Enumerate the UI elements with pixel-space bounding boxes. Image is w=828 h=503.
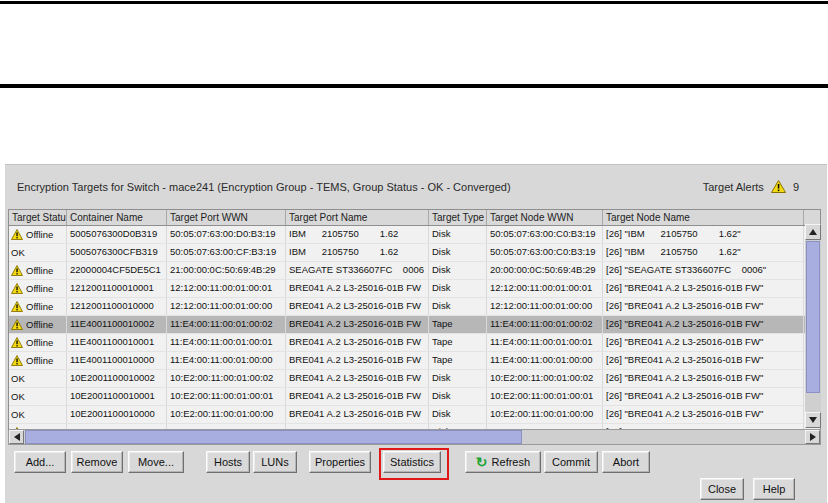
column-header[interactable]: Target Node WWN (487, 210, 603, 225)
remove-button[interactable]: Remove (71, 451, 123, 473)
cell-target-node-name: [26] "BRE041 A.2 L3-25016-01B FW" (603, 280, 804, 297)
status-text: Offline (26, 317, 53, 333)
cell-target-status: Offline (9, 280, 67, 297)
cell-target-port-name: BRE041 A.2 L3-25016-01B FW (286, 298, 429, 315)
cell-target-port-wwn: 12:12:00:11:00:01:00:00 (167, 298, 286, 315)
warning-icon (11, 229, 23, 240)
cell-target-node-wwn: 11:E4:00:11:00:01:00:00 (487, 352, 603, 369)
arrow-left-icon (14, 433, 20, 441)
cell-target-node-wwn: 50:05:07:63:00:C0:B3:19 (487, 226, 603, 243)
column-header[interactable]: Target Port WWN (167, 210, 286, 225)
add-button[interactable]: Add... (14, 451, 66, 473)
cell-target-port-wwn: 11:E4:00:11:00:01:00:02 (167, 316, 286, 333)
table-row[interactable]: OK10E200110001000210:E2:00:11:00:01:00:0… (9, 370, 820, 388)
cell-container-name: 10E2001100010001 (67, 388, 167, 405)
cell-target-node-name: [26] "BRE041 A.2 L3-25016-01B FW" (603, 406, 804, 423)
cell-target-node-wwn: 11:E4:00:11:00:01:00:02 (487, 316, 603, 333)
cell-target-type: Disk (429, 226, 487, 243)
cell-target-node-name: [26] "BRE041 A.2 L3-25016-01B FW" (603, 316, 804, 333)
luns-button[interactable]: LUNs (253, 451, 297, 473)
properties-button[interactable]: Properties (309, 451, 371, 473)
column-header[interactable]: Target Status (9, 210, 67, 225)
cell-target-type: Tape (429, 316, 487, 333)
column-header[interactable]: Target Type (429, 210, 487, 225)
cell-target-port-wwn: 12:12:00:11:00:01:00:01 (167, 280, 286, 297)
table-row[interactable]: Offline5005076300D0B31950:05:07:63:00:D0… (9, 226, 820, 244)
target-alerts-indicator[interactable]: Target Alerts 9 (703, 180, 799, 193)
cell-container-name: 11E4001100010001 (67, 334, 167, 351)
close-button[interactable]: Close (700, 478, 744, 500)
warning-triangle-icon (771, 180, 786, 193)
cell-target-port-name: BRE041 A.2 L3-25016-01B FW (286, 388, 429, 405)
cell-target-port-wwn: 10:E2:00:11:00:01:00:00 (167, 406, 286, 423)
cell-target-node-name: [26] "IBM 2105750 1.62" (603, 226, 804, 243)
vertical-scrollbar[interactable] (805, 224, 821, 428)
table-row[interactable]: Offline11E400110001000211:E4:00:11:00:01… (9, 316, 820, 334)
horizontal-scrollbar-thumb[interactable] (25, 430, 522, 444)
table-header-row: Target StatusContainer NameTarget Port W… (9, 210, 820, 226)
refresh-button[interactable]: ↻ Refresh (465, 451, 541, 473)
abort-button[interactable]: Abort (602, 451, 650, 473)
cell-target-node-wwn: 12:12:00:11:00:01:00:00 (487, 298, 603, 315)
warning-icon (11, 283, 23, 294)
dialog-title: Encryption Targets for Switch - mace241 … (17, 181, 511, 193)
warning-icon (11, 301, 23, 312)
table-row[interactable]: Offline121200110001000112:12:00:11:00:01… (9, 280, 820, 298)
warning-icon (11, 265, 23, 276)
status-text: Offline (26, 263, 53, 279)
scroll-left-button[interactable] (9, 430, 24, 444)
cell-target-type: Disk (429, 262, 487, 279)
table-row[interactable]: OK10E200110001000010:E2:00:11:00:01:00:0… (9, 406, 820, 424)
table-row[interactable]: Offline121200110001000012:12:00:11:00:01… (9, 298, 820, 316)
column-header[interactable]: Target Node Name (603, 210, 804, 225)
cell-target-status: Offline (9, 334, 67, 351)
cell-target-status: OK (9, 388, 67, 405)
scroll-right-button[interactable] (805, 430, 820, 444)
cell-target-status: Offline (9, 316, 67, 333)
move-button[interactable]: Move... (128, 451, 184, 473)
cell-target-port-name: SEAGATE ST336607FC 0006 (286, 262, 429, 279)
status-text: Offline (26, 227, 53, 243)
column-header[interactable]: Container Name (67, 210, 167, 225)
cell-target-node-name: [26] "BRE041 A.2 L3-25016-01B FW" (603, 298, 804, 315)
table-row[interactable]: OK5005076300CFB31950:05:07:63:00:CF:B3:1… (9, 244, 820, 262)
cell-target-type: Disk (429, 244, 487, 261)
refresh-button-label: Refresh (492, 452, 531, 472)
cell-target-node-name: [26] "BRE041 A.2 L3-25016-01B FW" (603, 334, 804, 351)
cell-target-status: OK (9, 406, 67, 423)
table-row[interactable]: Offline11E400110001000011:E4:00:11:00:01… (9, 352, 820, 370)
warning-icon (11, 319, 23, 330)
encryption-targets-dialog: Encryption Targets for Switch - mace241 … (5, 164, 827, 503)
arrow-down-icon (809, 417, 817, 423)
column-header[interactable]: Target Port Name (286, 210, 429, 225)
cell-container-name: 1212001100010000 (67, 298, 167, 315)
statistics-button[interactable]: Statistics (383, 451, 441, 473)
cell-target-status: Offline (9, 262, 67, 279)
table-row[interactable]: Offline22000004CF5DE5C121:00:00:0C:50:69… (9, 262, 820, 280)
cell-target-node-wwn: 10:E2:00:11:00:01:00:02 (487, 370, 603, 387)
cell-target-port-name: IBM 2105750 1.62 (286, 226, 429, 243)
hosts-button[interactable]: Hosts (206, 451, 250, 473)
cell-target-type: Disk (429, 280, 487, 297)
cell-target-status: Offline (9, 298, 67, 315)
cell-target-node-name: [26] "IBM 2105750 1.62" (603, 244, 804, 261)
cell-container-name: 11E4001100010000 (67, 352, 167, 369)
cell-container-name: 11E4001100010002 (67, 316, 167, 333)
vertical-scrollbar-thumb[interactable] (806, 241, 820, 393)
scroll-up-button[interactable] (805, 224, 821, 240)
status-text: Offline (26, 281, 53, 297)
cell-target-node-wwn: 12:12:00:11:00:01:00:01 (487, 280, 603, 297)
help-button[interactable]: Help (753, 478, 795, 500)
table-row[interactable]: OK10E200110001000110:E2:00:11:00:01:00:0… (9, 388, 820, 406)
cell-target-node-name: [26] "BRE041 A.2 L3-25016-01B FW" (603, 370, 804, 387)
status-text: OK (11, 389, 25, 405)
commit-button[interactable]: Commit (544, 451, 598, 473)
table-row[interactable]: Offline11E400110001000111:E4:00:11:00:01… (9, 334, 820, 352)
cell-target-type: Tape (429, 334, 487, 351)
target-alerts-count: 9 (793, 181, 799, 193)
refresh-icon: ↻ (476, 455, 488, 469)
scroll-down-button[interactable] (805, 412, 821, 428)
warning-icon (11, 337, 23, 348)
page-divider-rule (0, 84, 828, 88)
horizontal-scrollbar[interactable] (8, 429, 821, 445)
